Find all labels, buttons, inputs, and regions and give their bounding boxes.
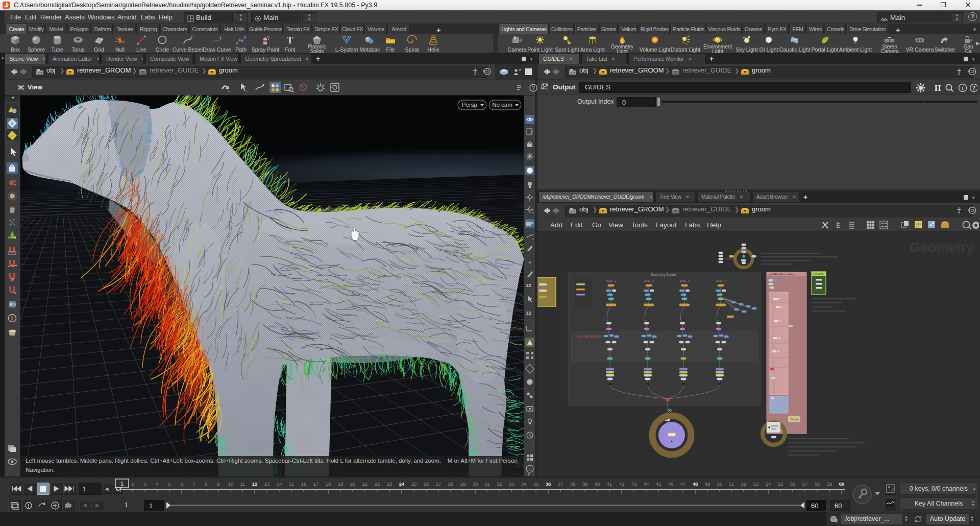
svg-text:1: 1 bbox=[120, 481, 124, 487]
svg-text:49: 49 bbox=[705, 481, 710, 487]
svg-text:23: 23 bbox=[387, 481, 393, 487]
svg-text:i: i bbox=[529, 466, 530, 472]
svg-text:32: 32 bbox=[497, 481, 502, 487]
svg-text:8: 8 bbox=[205, 481, 207, 487]
svg-text:53: 53 bbox=[753, 481, 759, 487]
svg-text:54: 54 bbox=[766, 481, 771, 487]
svg-text:52: 52 bbox=[741, 481, 747, 487]
svg-text:45: 45 bbox=[656, 481, 662, 487]
svg-text:22: 22 bbox=[375, 481, 380, 487]
svg-text:26: 26 bbox=[424, 481, 429, 487]
svg-text:38: 38 bbox=[570, 481, 576, 487]
svg-text:i: i bbox=[962, 85, 963, 91]
svg-text:5: 5 bbox=[168, 481, 170, 487]
svg-text:30: 30 bbox=[473, 481, 478, 487]
svg-text:3: 3 bbox=[143, 481, 146, 487]
svg-text:H: H bbox=[935, 84, 941, 92]
svg-text:41: 41 bbox=[607, 481, 612, 487]
svg-text:4: 4 bbox=[156, 481, 158, 487]
svg-text:15: 15 bbox=[289, 481, 295, 487]
svg-text:51: 51 bbox=[729, 481, 734, 487]
svg-text:guide_2: guide_2 bbox=[644, 279, 654, 282]
svg-text:2: 2 bbox=[131, 481, 134, 487]
svg-text:28: 28 bbox=[448, 481, 454, 487]
svg-text:Fur Dens: Fur Dens bbox=[813, 272, 824, 275]
svg-text:16: 16 bbox=[301, 481, 307, 487]
svg-text:48: 48 bbox=[693, 481, 698, 487]
svg-text:35: 35 bbox=[533, 481, 539, 487]
svg-text:?: ? bbox=[532, 85, 535, 91]
svg-text:T: T bbox=[287, 35, 293, 45]
svg-text:?: ? bbox=[972, 85, 976, 91]
svg-text:57: 57 bbox=[802, 481, 808, 487]
svg-text:31: 31 bbox=[484, 481, 490, 487]
svg-text:guide_1: guide_1 bbox=[606, 279, 616, 282]
svg-text:34: 34 bbox=[521, 481, 527, 487]
svg-text:59: 59 bbox=[827, 481, 832, 487]
svg-text:12: 12 bbox=[252, 481, 258, 487]
svg-text:39: 39 bbox=[582, 481, 588, 487]
svg-text:55: 55 bbox=[778, 481, 783, 487]
svg-text:44: 44 bbox=[644, 481, 649, 487]
svg-text:37: 37 bbox=[558, 481, 564, 487]
svg-text:19: 19 bbox=[338, 481, 344, 487]
svg-text:9: 9 bbox=[217, 481, 219, 487]
svg-text:13: 13 bbox=[264, 481, 270, 487]
svg-text:58: 58 bbox=[815, 481, 820, 487]
svg-text:guideFinalGroomSetup: guideFinalGroomSetup bbox=[769, 273, 795, 276]
svg-text:40: 40 bbox=[595, 481, 600, 487]
svg-text:46: 46 bbox=[668, 481, 674, 487]
svg-text:60: 60 bbox=[839, 481, 845, 487]
svg-text:6: 6 bbox=[180, 481, 183, 487]
svg-text:21: 21 bbox=[362, 481, 368, 487]
svg-text:Geometry: Geometry bbox=[910, 240, 974, 255]
svg-text:24: 24 bbox=[399, 481, 405, 487]
svg-text:Fix Intersections: Fix Intersections bbox=[577, 334, 602, 338]
svg-text:Done: Done bbox=[791, 418, 798, 421]
svg-text:guide_4: guide_4 bbox=[716, 279, 726, 282]
svg-text:guide_3: guide_3 bbox=[679, 279, 690, 282]
svg-text:47: 47 bbox=[680, 481, 686, 487]
svg-text:11: 11 bbox=[240, 481, 245, 487]
svg-text:50: 50 bbox=[717, 481, 723, 487]
svg-text:Persp: Persp bbox=[462, 102, 477, 108]
svg-text:33: 33 bbox=[509, 481, 514, 487]
svg-text:42: 42 bbox=[619, 481, 625, 487]
svg-text:10: 10 bbox=[228, 481, 234, 487]
svg-text:29: 29 bbox=[460, 481, 466, 487]
svg-text:7: 7 bbox=[192, 481, 195, 487]
svg-text:17: 17 bbox=[313, 481, 319, 487]
svg-text:14: 14 bbox=[277, 481, 282, 487]
svg-text:18: 18 bbox=[326, 481, 331, 487]
svg-text:25: 25 bbox=[411, 481, 417, 487]
svg-text:Grooming Guides: Grooming Guides bbox=[651, 273, 677, 277]
svg-text:No cam: No cam bbox=[492, 102, 512, 108]
svg-text:20: 20 bbox=[350, 481, 356, 487]
svg-text:43: 43 bbox=[631, 481, 637, 487]
svg-text:56: 56 bbox=[790, 481, 796, 487]
svg-text:27: 27 bbox=[436, 481, 442, 487]
svg-text:36: 36 bbox=[546, 481, 551, 487]
